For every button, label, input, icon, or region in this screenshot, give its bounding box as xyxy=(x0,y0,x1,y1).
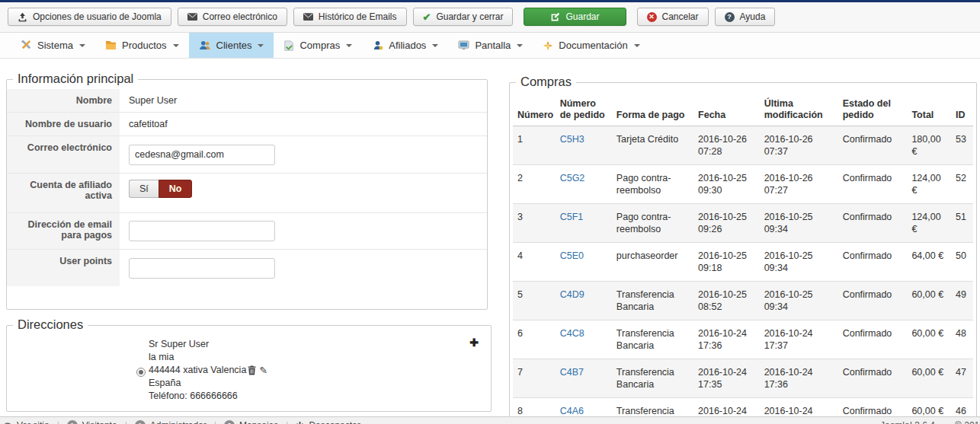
cell-total: 124,00 € xyxy=(907,204,951,243)
button-label: Ayuda xyxy=(740,11,766,22)
save-button[interactable]: Guardar xyxy=(524,8,626,26)
footer-label: Visitante xyxy=(82,420,117,424)
button-label: Guardar xyxy=(565,11,599,22)
table-row: 1 C5H3 Tarjeta Crédito 2016-10-26 07:28 … xyxy=(513,126,973,165)
payment-email-input[interactable] xyxy=(129,221,275,241)
cell-modified: 2016-10-25 09:34 xyxy=(760,282,838,320)
menubar: Sistema Productos Clientes Compras Afili… xyxy=(0,33,980,59)
menu-label: Documentación xyxy=(559,40,627,51)
footer-label: Administrador xyxy=(150,420,207,424)
mail-icon xyxy=(187,13,197,21)
cell-date: 2016-10-25 09:18 xyxy=(693,243,760,282)
cell-total: 60,00 € xyxy=(907,282,951,320)
check-icon: ✔ xyxy=(423,12,431,22)
delete-address-icon[interactable] xyxy=(248,365,256,375)
menu-item-compras[interactable]: Compras xyxy=(274,33,362,58)
cell-status: Confirmado xyxy=(838,126,908,165)
order-link[interactable]: C4B7 xyxy=(560,367,584,378)
chevron-down-icon xyxy=(258,44,264,47)
menu-item-afiliados[interactable]: Afiliados xyxy=(362,33,448,58)
cell-payment: Tarjeta Crédito xyxy=(612,126,693,165)
menu-item-pantalla[interactable]: Pantalla xyxy=(448,33,533,58)
cell-payment: Pago contra-reembolso xyxy=(612,204,693,243)
order-link[interactable]: C5H3 xyxy=(560,134,584,145)
cell-id: 53 xyxy=(951,126,973,165)
menu-item-clientes[interactable]: Clientes xyxy=(189,33,274,58)
chevron-down-icon xyxy=(79,44,85,47)
order-link[interactable]: C4D9 xyxy=(560,289,584,300)
toggle-no-button[interactable]: No xyxy=(159,180,193,198)
col-forma-pago: Forma de pago xyxy=(612,94,693,126)
field-label: Nombre de usuario xyxy=(7,113,120,135)
main-info-fieldset: Información principal Nombre Super User … xyxy=(6,79,488,310)
field-row-affiliate-toggle: Cuenta de afiliado activa Sí No xyxy=(7,174,487,213)
col-total: Total xyxy=(907,94,951,126)
cancel-icon: ✕ xyxy=(647,12,657,22)
tools-icon xyxy=(21,40,32,51)
cell-payment: Transferencia Bancaria xyxy=(612,282,693,320)
user-points-input[interactable] xyxy=(129,258,275,279)
admins-link[interactable]: 1 Administrador xyxy=(135,420,207,424)
chevron-down-icon xyxy=(517,44,523,47)
toggle-yes-button[interactable]: Sí xyxy=(129,180,159,198)
cell-total: 60,00 € xyxy=(907,359,951,398)
cell-date: 2016-10-24 17:35 xyxy=(693,359,760,398)
order-link[interactable]: C5E0 xyxy=(560,250,584,261)
menu-item-sistema[interactable]: Sistema xyxy=(11,33,95,58)
cell-status: Confirmado xyxy=(838,359,908,398)
box-icon xyxy=(105,40,117,50)
cancel-button[interactable]: ✕ Cancelar xyxy=(637,8,709,26)
table-row: 3 C5F1 Pago contra-reembolso 2016-10-25 … xyxy=(513,204,973,243)
cell-date: 2016-10-26 07:28 xyxy=(693,126,760,165)
chevron-down-icon xyxy=(634,44,640,47)
field-label: Cuenta de afiliado activa xyxy=(7,174,120,212)
email-button[interactable]: Correo electrónico xyxy=(178,8,287,26)
col-id: ID xyxy=(951,94,973,126)
joomla-user-options-button[interactable]: Opciones de usuario de Joomla xyxy=(8,8,171,26)
edit-address-icon[interactable]: ✎ xyxy=(259,365,267,375)
menu-item-documentacion[interactable]: Documentación xyxy=(533,33,649,58)
email-history-button[interactable]: Histórico de Emails xyxy=(293,8,407,26)
menu-item-productos[interactable]: Productos xyxy=(95,33,189,58)
mail-icon xyxy=(303,13,313,21)
separator: | xyxy=(125,420,127,424)
cell-payment: purchaseorder xyxy=(612,243,693,282)
cell-total: 124,00 € xyxy=(907,165,951,204)
messages-link[interactable]: 0 Mensajes xyxy=(224,420,278,424)
field-row-email: Correo electrónico xyxy=(7,136,487,174)
field-row-user-points: User points xyxy=(7,250,487,286)
address-radio[interactable] xyxy=(136,368,146,377)
table-row: 2 C5G2 Pago contra-reembolso 2016-10-25 … xyxy=(513,165,973,204)
footer-label: Ver sitio xyxy=(17,420,50,424)
view-site-link[interactable]: Ver sitio xyxy=(3,420,50,424)
cell-date: 2016-10-25 09:26 xyxy=(693,204,760,243)
table-row: 6 C4C8 Transferencia Bancaria 2016-10-24… xyxy=(513,320,973,359)
save-and-close-button[interactable]: ✔ Guardar y cerrar xyxy=(413,8,514,26)
col-fecha: Fecha xyxy=(693,94,760,126)
menu-label: Sistema xyxy=(37,40,73,51)
copyright: © 2016 ALE xyxy=(955,420,980,424)
joomla-version: Joomla! 3.6.4 xyxy=(880,420,935,424)
cell-id: 47 xyxy=(951,359,973,398)
table-row: 5 C4D9 Transferencia Bancaria 2016-10-25… xyxy=(513,282,973,320)
cell-id: 50 xyxy=(951,243,973,282)
cell-modified: 2016-10-25 09:34 xyxy=(760,204,838,243)
help-icon: ? xyxy=(725,12,735,22)
order-link[interactable]: C4A6 xyxy=(560,406,584,416)
email-input[interactable] xyxy=(129,145,275,165)
cell-modified: 2016-10-26 07:37 xyxy=(760,126,838,165)
menu-label: Afiliados xyxy=(389,40,426,51)
order-link[interactable]: C5G2 xyxy=(560,173,585,183)
help-button[interactable]: ? Ayuda xyxy=(715,8,776,26)
cell-total: 180,00 € xyxy=(907,126,951,165)
status-bar-right: Joomla! 3.6.4 © 2016 ALE xyxy=(880,420,980,424)
table-row: 7 C4B7 Transferencia Bancaria 2016-10-24… xyxy=(513,359,973,398)
order-link[interactable]: C5F1 xyxy=(560,212,584,222)
cell-id: 52 xyxy=(951,165,973,204)
logout-link[interactable]: Desconectar xyxy=(296,420,360,424)
order-link[interactable]: C4C8 xyxy=(560,328,584,339)
table-header-row: Número Número de pedido Forma de pago Fe… xyxy=(513,94,973,126)
visitor-count-badge: 1 xyxy=(67,420,78,424)
visitors-link[interactable]: 1 Visitante xyxy=(67,420,117,424)
col-estado-pedido: Estado del pedido xyxy=(838,94,908,126)
